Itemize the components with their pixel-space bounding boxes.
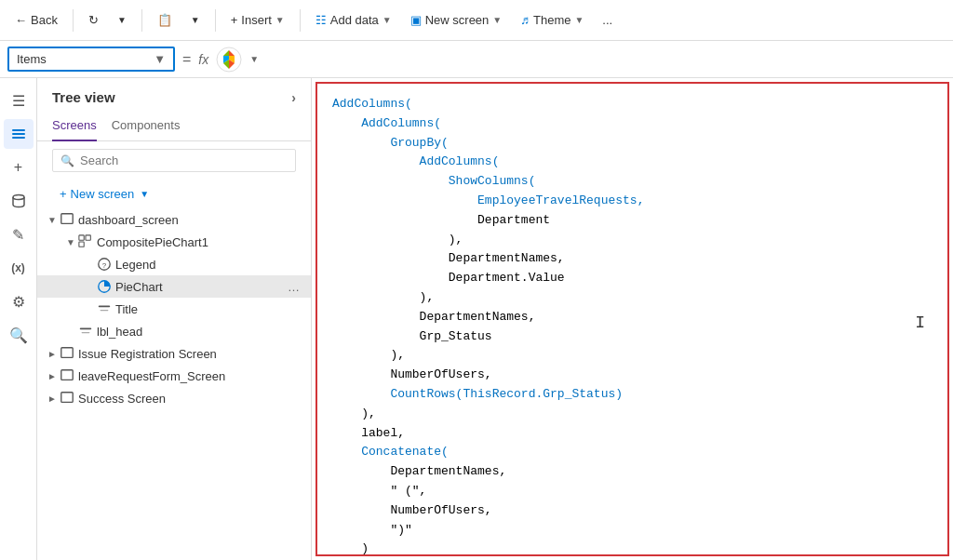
code-token: NumberOfUsers, bbox=[332, 503, 492, 517]
equals-sign: = bbox=[182, 51, 191, 68]
code-token: DepartmentNames, bbox=[332, 251, 565, 265]
tree-item-compositepiechart1[interactable]: ▼CompositePieChart1 bbox=[37, 231, 311, 253]
tree-item-dashboard_screen[interactable]: ▼dashboard_screen bbox=[37, 208, 311, 231]
code-line: DepartmentNames, bbox=[332, 249, 933, 269]
database-icon-button[interactable] bbox=[4, 186, 34, 216]
new-screen-tree-label: New screen bbox=[71, 187, 135, 201]
tree-item-chevron: ► bbox=[45, 349, 60, 359]
app-chevron-icon[interactable]: ▼ bbox=[249, 54, 259, 64]
insert-button[interactable]: + Insert ▼ bbox=[223, 9, 292, 31]
theme-button[interactable]: ♬ Theme ▼ bbox=[513, 9, 591, 31]
code-token: AddColumns( bbox=[332, 97, 412, 111]
code-token: Concatenate( bbox=[332, 445, 449, 459]
layers-icon-button[interactable] bbox=[4, 119, 34, 149]
tree-item-leaveRequestForm_Screen[interactable]: ►leaveRequestForm_Screen bbox=[37, 365, 311, 387]
separator-3 bbox=[215, 9, 216, 32]
new-screen-tree-button[interactable]: + New screen ▼ bbox=[52, 183, 296, 205]
code-line: Grp_Status bbox=[332, 327, 933, 347]
code-line: AddColumns( bbox=[332, 95, 933, 114]
more-label: ... bbox=[602, 13, 612, 27]
menu-icon-button[interactable]: ☰ bbox=[4, 86, 34, 115]
fx-label: fx bbox=[198, 52, 208, 67]
svg-rect-12 bbox=[99, 305, 110, 307]
plus-icon: + bbox=[231, 13, 238, 27]
tree-item-label: PieChart bbox=[115, 280, 284, 294]
items-dropdown[interactable]: Items ▼ bbox=[7, 47, 175, 72]
paste-icon: 📋 bbox=[157, 13, 172, 27]
code-line: ), bbox=[332, 346, 933, 366]
code-line: " (", bbox=[332, 482, 933, 501]
svg-point-4 bbox=[13, 195, 24, 200]
code-line: AddColumns( bbox=[332, 153, 933, 172]
code-token: " (", bbox=[332, 484, 426, 498]
svg-rect-2 bbox=[12, 133, 25, 135]
code-line: GroupBy( bbox=[332, 134, 933, 153]
more-button[interactable]: ... bbox=[595, 9, 620, 31]
tree-item-label: lbl_head bbox=[97, 325, 303, 339]
undo-button[interactable]: ↻ bbox=[81, 9, 106, 31]
tree-item-piechart[interactable]: PieChart… bbox=[37, 275, 311, 298]
chevron-down-icon-2: ▼ bbox=[191, 15, 200, 25]
chevron-down-icon-4: ▼ bbox=[383, 15, 392, 25]
code-line: NumberOfUsers, bbox=[332, 501, 933, 521]
separator-1 bbox=[73, 9, 74, 32]
code-line: DepartmentNames, bbox=[332, 308, 933, 327]
search-bottom-icon-button[interactable]: 🔍 bbox=[4, 320, 34, 350]
code-token: Department bbox=[332, 213, 550, 227]
tree-item-issue_registration_screen[interactable]: ►Issue Registration Screen bbox=[37, 342, 311, 365]
back-button[interactable]: ← Back bbox=[7, 9, 65, 31]
insert-label: Insert bbox=[241, 13, 272, 27]
paste-chevron-button[interactable]: ▼ bbox=[183, 11, 208, 29]
new-screen-button[interactable]: ▣ New screen ▼ bbox=[403, 9, 510, 31]
tree-item-icon-screen bbox=[60, 212, 74, 227]
collapse-icon[interactable]: › bbox=[291, 90, 296, 105]
tree-item-legend[interactable]: ?Legend bbox=[37, 253, 311, 275]
svg-rect-8 bbox=[79, 242, 84, 247]
tree-panel: Tree view › Screens Components 🔍 + New s… bbox=[37, 78, 312, 560]
svg-rect-15 bbox=[82, 332, 90, 333]
code-token: AddColumns( bbox=[332, 116, 441, 130]
dropdown-label: Items bbox=[17, 52, 47, 66]
code-line: ) bbox=[332, 540, 933, 556]
code-token: NumberOfUsers, bbox=[332, 367, 492, 381]
undo-chevron-button[interactable]: ▼ bbox=[110, 11, 134, 29]
variables-icon-button[interactable]: (x) bbox=[4, 253, 34, 283]
svg-rect-18 bbox=[61, 393, 73, 403]
tree-item-icon-screen bbox=[60, 346, 74, 361]
code-line: Department.Value bbox=[332, 269, 933, 288]
tab-components[interactable]: Components bbox=[112, 113, 181, 141]
svg-rect-14 bbox=[80, 327, 91, 329]
svg-rect-1 bbox=[12, 129, 25, 131]
code-editor[interactable]: AddColumns( AddColumns( GroupBy( AddColu… bbox=[315, 82, 949, 556]
add-data-label: Add data bbox=[330, 13, 379, 27]
tab-screens[interactable]: Screens bbox=[52, 113, 97, 141]
code-line: ")" bbox=[332, 521, 933, 540]
settings-icon-button[interactable]: ⚙ bbox=[4, 287, 34, 316]
add-icon-button[interactable]: + bbox=[4, 153, 34, 182]
code-token: EmployeeTravelRequests, bbox=[332, 193, 644, 207]
dropdown-arrow-icon: ▼ bbox=[154, 52, 166, 66]
search-icon: 🔍 bbox=[60, 154, 74, 167]
tree-item-chevron: ► bbox=[45, 371, 60, 381]
code-line: ), bbox=[332, 288, 933, 308]
new-screen-icon: ▣ bbox=[410, 13, 422, 27]
chevron-down-icon-6: ▼ bbox=[574, 15, 584, 25]
tree-item-title[interactable]: Title bbox=[37, 298, 311, 320]
theme-icon: ♬ bbox=[520, 13, 530, 27]
tree-item-label: Title bbox=[115, 302, 303, 316]
code-token: label, bbox=[332, 426, 405, 440]
tree-item-success_screen[interactable]: ►Success Screen bbox=[37, 387, 311, 409]
separator-2 bbox=[141, 9, 142, 32]
code-line: label, bbox=[332, 424, 933, 444]
svg-rect-6 bbox=[79, 235, 84, 240]
code-token: DepartmentNames, bbox=[332, 310, 535, 324]
search-input[interactable] bbox=[80, 153, 288, 167]
tree-item-more-icon[interactable]: … bbox=[284, 280, 303, 294]
tree-item-lbl_head[interactable]: lbl_head bbox=[37, 320, 311, 342]
tree-item-chevron: ▼ bbox=[63, 237, 78, 247]
tools-icon-button[interactable]: ✎ bbox=[4, 220, 34, 249]
paste-button[interactable]: 📋 bbox=[150, 9, 180, 31]
new-screen-label: New screen bbox=[425, 13, 490, 27]
tree-content: ▼dashboard_screen▼CompositePieChart1?Leg… bbox=[37, 208, 311, 560]
add-data-button[interactable]: ☷ Add data ▼ bbox=[308, 9, 399, 31]
